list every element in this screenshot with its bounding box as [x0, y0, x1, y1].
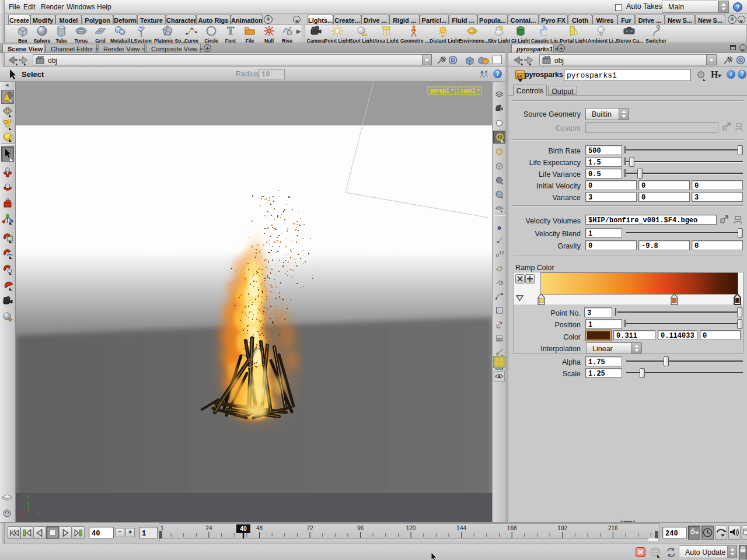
svg-text:120: 120 — [406, 525, 416, 531]
svg-text:144: 144 — [456, 525, 466, 531]
svg-text:persp1: persp1 — [430, 88, 449, 94]
svg-text:72: 72 — [306, 525, 313, 531]
svg-text:24: 24 — [205, 525, 212, 531]
svg-text:96: 96 — [357, 525, 364, 531]
svg-text:168: 168 — [507, 525, 517, 531]
svg-text:40: 40 — [240, 525, 247, 532]
svg-text:12: 12 — [500, 251, 504, 255]
svg-text:y: y — [27, 494, 30, 500]
svg-text:48: 48 — [256, 525, 263, 531]
svg-text:x: x — [37, 511, 40, 517]
svg-text:6X: 6X — [517, 74, 522, 78]
svg-text:T: T — [227, 25, 234, 37]
svg-text:z: z — [19, 514, 22, 520]
svg-text:192: 192 — [557, 525, 567, 531]
svg-text:1: 1 — [160, 525, 164, 531]
svg-text:216: 216 — [608, 525, 618, 531]
svg-text:12: 12 — [499, 282, 504, 286]
svg-text:cam1: cam1 — [460, 88, 476, 94]
